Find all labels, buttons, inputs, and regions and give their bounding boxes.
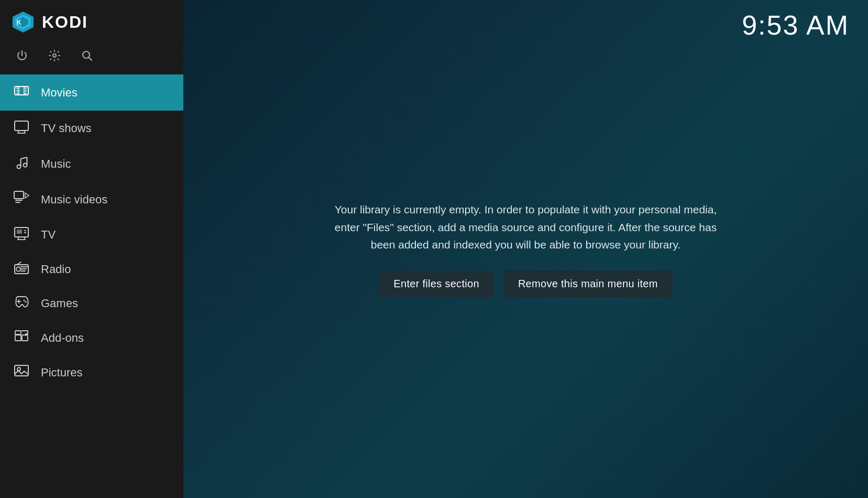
radio-icon <box>13 261 30 278</box>
library-empty-message-container: Your library is currently empty. In orde… <box>329 201 722 297</box>
app-title: KODI <box>42 13 88 32</box>
svg-rect-27 <box>15 202 20 203</box>
svg-rect-26 <box>15 200 23 201</box>
clock-display: 9:53 AM <box>742 0 868 41</box>
sidebar-top-icons <box>0 40 183 74</box>
svg-point-50 <box>17 367 20 371</box>
music-videos-icon <box>13 190 30 209</box>
svg-rect-49 <box>15 365 28 376</box>
pictures-icon <box>13 364 30 381</box>
tv-shows-label: TV shows <box>41 122 92 135</box>
svg-point-9 <box>17 90 18 92</box>
add-ons-label: Add-ons <box>41 331 84 345</box>
nav-item-pictures[interactable]: Pictures <box>0 355 183 389</box>
svg-rect-35 <box>24 232 26 233</box>
nav-item-tv-shows[interactable]: TV shows <box>0 111 183 146</box>
nav-item-tv[interactable]: TV <box>0 217 183 252</box>
tv-label: TV <box>41 228 56 242</box>
enter-files-section-button[interactable]: Enter files section <box>379 270 494 297</box>
sidebar: K KODI <box>0 0 183 498</box>
radio-label: Radio <box>41 263 71 276</box>
nav-item-radio[interactable]: Radio <box>0 252 183 286</box>
svg-line-6 <box>89 58 92 61</box>
remove-menu-item-button[interactable]: Remove this main menu item <box>503 270 673 297</box>
nav-item-music[interactable]: Music <box>0 146 183 182</box>
svg-point-44 <box>24 300 25 301</box>
nav-item-games[interactable]: Games <box>0 286 183 320</box>
svg-rect-48 <box>15 331 21 334</box>
movies-icon <box>13 83 30 102</box>
svg-text:K: K <box>17 19 21 26</box>
settings-button[interactable] <box>46 47 63 67</box>
tv-icon <box>13 225 30 244</box>
nav-menu: Movies TV shows <box>0 74 183 498</box>
svg-point-10 <box>17 93 18 94</box>
svg-rect-25 <box>14 191 24 199</box>
pictures-label: Pictures <box>41 366 82 380</box>
svg-line-24 <box>21 157 27 159</box>
svg-point-11 <box>25 88 27 89</box>
svg-point-20 <box>17 165 21 169</box>
svg-rect-47 <box>22 335 28 341</box>
svg-point-45 <box>25 301 27 303</box>
music-videos-label: Music videos <box>41 193 107 207</box>
svg-rect-16 <box>15 121 28 131</box>
nav-item-add-ons[interactable]: Add-ons <box>0 320 183 355</box>
svg-point-13 <box>25 93 27 94</box>
library-empty-message: Your library is currently empty. In orde… <box>329 201 722 254</box>
svg-rect-46 <box>15 335 21 341</box>
svg-point-21 <box>24 164 27 167</box>
main-content: 9:53 AM Your library is currently empty.… <box>183 0 868 498</box>
nav-item-music-videos[interactable]: Music videos <box>0 182 183 217</box>
action-buttons-group: Enter files section Remove this main men… <box>329 270 722 297</box>
sidebar-header: K KODI <box>0 0 183 40</box>
svg-rect-34 <box>24 230 26 231</box>
svg-point-12 <box>25 90 27 92</box>
svg-point-8 <box>17 88 18 89</box>
nav-item-movies[interactable]: Movies <box>0 74 183 111</box>
power-button[interactable] <box>14 47 30 67</box>
search-button[interactable] <box>79 47 95 67</box>
music-label: Music <box>41 157 71 171</box>
svg-point-4 <box>53 54 56 57</box>
add-ons-icon <box>13 329 30 347</box>
movies-label: Movies <box>41 86 78 100</box>
svg-rect-33 <box>17 230 22 234</box>
svg-point-37 <box>16 267 20 272</box>
games-icon <box>13 295 30 312</box>
svg-marker-28 <box>25 193 29 198</box>
music-icon <box>13 154 30 174</box>
kodi-logo-icon: K <box>10 9 36 35</box>
games-label: Games <box>41 297 78 310</box>
tv-shows-icon <box>13 119 30 137</box>
